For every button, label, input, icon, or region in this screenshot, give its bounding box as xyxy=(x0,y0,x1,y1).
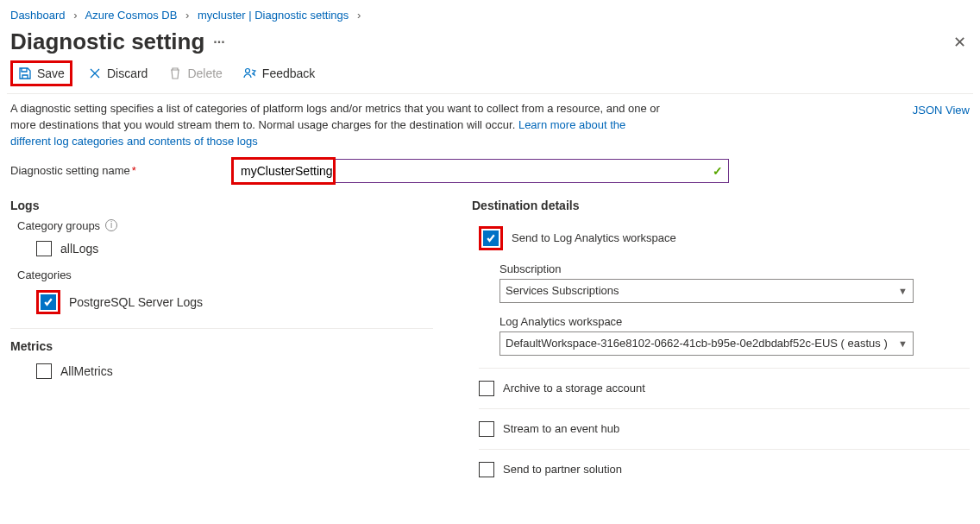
partner-checkbox[interactable] xyxy=(479,462,494,477)
setting-name-input-wrap: ✓ xyxy=(233,159,729,183)
send-law-checkbox[interactable] xyxy=(483,230,499,246)
delete-icon xyxy=(168,66,182,80)
category-groups-label: Category groups i xyxy=(10,219,455,232)
delete-button: Delete xyxy=(163,63,227,84)
breadcrumb-dashboard[interactable]: Dashboard xyxy=(10,9,66,22)
categories-label: Categories xyxy=(10,268,455,281)
breadcrumb-cluster[interactable]: mycluster | Diagnostic settings xyxy=(198,9,349,22)
intro-text: A diagnostic setting specifies a list of… xyxy=(10,101,666,150)
archive-checkbox[interactable] xyxy=(479,381,494,396)
breadcrumb-cosmos[interactable]: Azure Cosmos DB xyxy=(85,9,177,22)
setting-name-input[interactable] xyxy=(234,160,728,182)
subscription-label: Subscription xyxy=(499,262,970,275)
all-metrics-checkbox[interactable] xyxy=(36,363,52,379)
discard-button[interactable]: Discard xyxy=(83,63,153,84)
svg-point-0 xyxy=(245,69,249,73)
save-button[interactable]: Save xyxy=(10,60,72,86)
chevron-right-icon: › xyxy=(357,9,361,22)
info-icon[interactable]: i xyxy=(105,219,117,231)
destination-heading: Destination details xyxy=(472,199,970,212)
page-title: Diagnostic setting ··· xyxy=(10,28,225,55)
all-logs-label: allLogs xyxy=(60,242,98,256)
toolbar: Save Discard Delete Feedback xyxy=(7,59,973,94)
more-icon[interactable]: ··· xyxy=(213,35,224,50)
chevron-down-icon: ▼ xyxy=(898,286,908,296)
logs-heading: Logs xyxy=(10,199,455,212)
law-label: Log Analytics workspace xyxy=(499,315,970,328)
json-view-link[interactable]: JSON View xyxy=(913,101,970,150)
postgresql-logs-label: PostgreSQL Server Logs xyxy=(69,295,203,309)
metrics-heading: Metrics xyxy=(10,339,455,353)
save-icon xyxy=(18,66,32,80)
feedback-icon xyxy=(243,66,257,80)
close-icon[interactable]: ✕ xyxy=(950,29,970,55)
chevron-right-icon: › xyxy=(73,9,77,22)
breadcrumb: Dashboard › Azure Cosmos DB › mycluster … xyxy=(7,7,973,27)
valid-check-icon: ✓ xyxy=(713,164,723,178)
postgresql-logs-checkbox[interactable] xyxy=(41,294,56,310)
chevron-down-icon: ▼ xyxy=(898,338,908,349)
law-select[interactable]: DefaultWorkspace-316e8102-0662-41cb-b95e… xyxy=(499,331,914,356)
discard-icon xyxy=(88,66,102,80)
subscription-select[interactable]: Services Subscriptions ▼ xyxy=(499,279,914,303)
feedback-button[interactable]: Feedback xyxy=(238,63,320,84)
eventhub-label: Stream to an event hub xyxy=(503,422,619,435)
chevron-right-icon: › xyxy=(185,9,189,22)
partner-label: Send to partner solution xyxy=(503,463,622,476)
all-metrics-label: AllMetrics xyxy=(60,364,113,378)
send-law-label: Send to Log Analytics workspace xyxy=(512,231,676,244)
setting-name-label: Diagnostic setting name* xyxy=(10,164,233,177)
all-logs-checkbox[interactable] xyxy=(36,241,52,256)
eventhub-checkbox[interactable] xyxy=(479,421,494,437)
archive-label: Archive to a storage account xyxy=(503,382,645,395)
